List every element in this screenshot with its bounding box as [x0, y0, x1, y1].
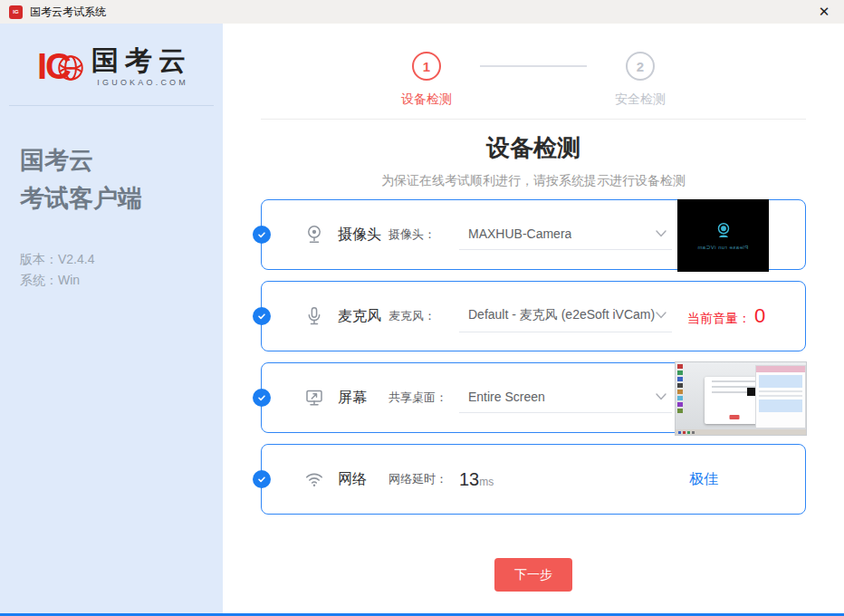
network-card-title: 网络 [338, 470, 388, 489]
latency-value: 13 [459, 469, 479, 490]
webcam-icon [303, 224, 325, 245]
page-title: 设备检测 [223, 132, 844, 164]
app-meta: 版本：V2.4.4 系统：Win [20, 249, 223, 291]
logo-name: 国考云 [91, 45, 192, 75]
ivcam-webcam-icon [714, 221, 734, 241]
device-cards: 摄像头 摄像头： MAXHUB-Camera Please run iVCam [261, 199, 806, 515]
globe-icon [55, 53, 86, 83]
chevron-down-icon [656, 393, 667, 400]
desktop-icons [677, 364, 685, 428]
sidebar: IC 国考云 IGUOKAO.COM 国考云 考试客户端 版本：V2.4.4 [0, 24, 223, 613]
latency-unit: ms [479, 476, 494, 488]
brand-logo: IC 国考云 IGUOKAO.COM [0, 45, 223, 87]
network-field-label: 网络延时： [388, 471, 459, 487]
check-icon [253, 226, 271, 244]
titlebar: IG 国考云考试系统 ✕ [0, 0, 844, 24]
camera-select[interactable]: MAXHUB-Camera [459, 220, 672, 250]
step-connector-line [480, 65, 587, 67]
camera-preview-text: Please run iVCam [697, 245, 748, 250]
camera-card-title: 摄像头 [338, 226, 388, 245]
microphone-select[interactable]: Default - 麦克风 (e2eSoft iVCam) [459, 301, 672, 332]
camera-card: 摄像头 摄像头： MAXHUB-Camera Please run iVCam [261, 199, 806, 270]
network-latency: 13 ms [459, 469, 494, 490]
step-2-circle: 2 [626, 52, 655, 81]
version-label: 版本：V2.4.4 [20, 249, 223, 270]
step-indicator: 1 设备检测 2 安全检测 [223, 52, 844, 108]
camera-select-value: MAXHUB-Camera [468, 226, 571, 241]
volume-value: 0 [754, 304, 765, 328]
logo-domain: IGUOKAO.COM [97, 78, 188, 87]
app-logo-icon: IG [9, 5, 23, 19]
chevron-down-icon [656, 230, 667, 237]
screen-card: 屏幕 共享桌面： Entire Screen [261, 362, 806, 433]
screen-select-value: Entire Screen [468, 390, 545, 404]
app-title: 国考云 考试客户端 [20, 142, 223, 218]
network-card: 网络 网络延时： 13 ms 极佳 [261, 444, 806, 515]
screen-field-label: 共享桌面： [388, 390, 459, 406]
sidebar-divider [9, 105, 214, 106]
step-2-label: 安全检测 [615, 91, 666, 108]
screen-share-icon [303, 387, 325, 409]
preview-taskbar [676, 429, 806, 435]
camera-preview: Please run iVCam [677, 199, 769, 272]
next-step-button[interactable]: 下一步 [494, 558, 572, 592]
window-title: 国考云考试系统 [30, 5, 106, 20]
check-icon [253, 389, 271, 407]
microphone-card: 麦克风 麦克风： Default - 麦克风 (e2eSoft iVCam) 当… [261, 281, 806, 351]
system-label: 系统：Win [20, 270, 223, 291]
step-security-check: 2 安全检测 [587, 52, 694, 108]
main-panel: 1 设备检测 2 安全检测 设备检测 为保证在线考试顺利进行，请按系统提示进行设… [223, 24, 844, 613]
check-icon [253, 470, 271, 488]
close-button[interactable]: ✕ [804, 0, 844, 24]
wifi-icon [303, 468, 325, 490]
step-device-check: 1 设备检测 [373, 52, 480, 108]
step-1-circle: 1 [412, 52, 441, 81]
app-window: IG 国考云考试系统 ✕ IC 国考云 IGUOKAO.COM [0, 0, 844, 616]
microphone-field-label: 麦克风： [388, 308, 459, 324]
screen-select[interactable]: Entire Screen [459, 383, 672, 413]
check-icon [253, 307, 271, 325]
microphone-card-title: 麦克风 [338, 307, 388, 326]
app-title-line2: 考试客户端 [20, 180, 223, 218]
app-title-line1: 国考云 [20, 142, 223, 180]
preview-right-window [755, 365, 806, 428]
step-1-label: 设备检测 [401, 91, 452, 108]
microphone-select-value: Default - 麦克风 (e2eSoft iVCam) [468, 307, 655, 323]
volume-label: 当前音量： [687, 311, 751, 327]
current-volume: 当前音量： 0 [687, 304, 765, 328]
chevron-down-icon [656, 312, 667, 319]
camera-field-label: 摄像头： [388, 226, 459, 243]
section-divider [261, 119, 806, 120]
network-status-badge: 极佳 [689, 470, 718, 489]
screen-preview [675, 361, 807, 436]
page-subtitle: 为保证在线考试顺利进行，请按系统提示进行设备检测 [223, 173, 844, 189]
microphone-icon [303, 305, 325, 327]
screen-card-title: 屏幕 [338, 389, 388, 408]
